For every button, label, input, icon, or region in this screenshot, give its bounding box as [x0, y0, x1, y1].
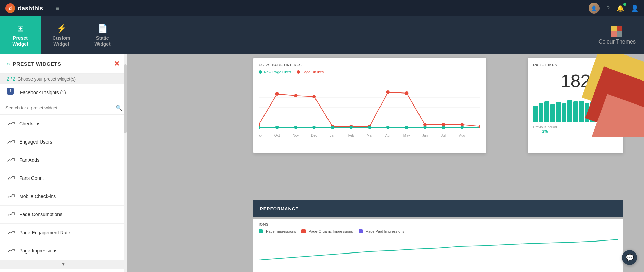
dashboard-area: ES VS PAGE UNLIKES New Page Likes Page U…	[127, 54, 644, 272]
tab-static-widget[interactable]: 📄 StaticWidget	[82, 16, 123, 54]
legend-label: Page Impressions	[266, 229, 296, 233]
svg-rect-1	[617, 26, 622, 31]
notifications-icon[interactable]: 🔔	[617, 4, 624, 12]
list-item-label: Page Engagement Rate	[19, 230, 70, 235]
tab-custom-widget[interactable]: ⚡ CustomWidget	[41, 16, 82, 54]
performance-title: PERFORMANCE	[260, 206, 299, 211]
preset-widget-icon: ⊞	[17, 24, 24, 33]
help-icon[interactable]: ?	[606, 5, 610, 12]
panel-title: PRESET WIDGETS	[13, 61, 61, 67]
facebook-icon: f	[7, 88, 16, 97]
svg-text:Jan: Jan	[330, 134, 335, 137]
legend-label: Page Organic Impressions	[309, 229, 353, 233]
bar	[550, 104, 555, 122]
svg-rect-0	[611, 26, 617, 31]
static-widget-label: StaticWidget	[94, 35, 111, 47]
bar	[596, 101, 601, 122]
legend-page-impressions: Page Impressions	[259, 229, 296, 233]
bar	[590, 102, 595, 122]
list-item[interactable]: Page Consumptions	[0, 206, 127, 224]
svg-point-27	[349, 126, 353, 129]
previous-period-value: 2%	[533, 129, 557, 133]
back-arrows-icon[interactable]: «	[7, 61, 10, 67]
logo-area: d dashthis	[5, 3, 43, 13]
user-icon[interactable]: 👤	[631, 4, 639, 12]
search-input[interactable]	[4, 102, 116, 113]
bar	[613, 100, 618, 122]
svg-text:Jun: Jun	[422, 134, 428, 137]
tab-preset-widget[interactable]: ⊞ PresetWidget	[0, 16, 41, 54]
scroll-down-arrow[interactable]: ▼	[0, 260, 127, 269]
list-item-label: Check-ins	[19, 121, 40, 126]
search-icon[interactable]: 🔍	[116, 104, 123, 111]
custom-widget-label: CustomWidget	[52, 35, 70, 47]
legend-label: New Page Likes	[264, 70, 291, 74]
page-likes-bar-chart	[533, 95, 618, 122]
trend-icon	[7, 120, 15, 128]
bar	[562, 103, 567, 122]
legend-square-red	[301, 229, 306, 233]
svg-text:Dec: Dec	[311, 134, 317, 137]
svg-text:Jul: Jul	[441, 134, 446, 137]
svg-text:Aug: Aug	[459, 134, 465, 137]
facebook-insights-section: f Facebook Insights (1)	[0, 84, 127, 101]
list-item[interactable]: Check-ins	[0, 115, 127, 133]
trend-icon	[7, 192, 15, 200]
svg-point-23	[275, 126, 279, 129]
list-item-label: Fans Count	[19, 175, 44, 181]
svg-point-12	[312, 95, 316, 98]
svg-point-24	[294, 126, 297, 129]
previous-period: Previous period 2%	[533, 125, 557, 133]
panel-title-area: « PRESET WIDGETS	[7, 61, 61, 67]
avatar[interactable]: 👤	[589, 3, 600, 14]
breadcrumb-text: Choose your preset widget(s)	[17, 76, 76, 82]
colour-themes-icon	[611, 26, 622, 37]
facebook-insights-label: Facebook Insights (1)	[20, 90, 66, 95]
legend-page-unlikes: Page Unlikes	[297, 70, 324, 74]
page-likes-value: 182	[533, 71, 618, 91]
list-item[interactable]: Page Engagement Rate	[0, 224, 127, 242]
hamburger-menu[interactable]: ≡	[55, 4, 60, 12]
top-navigation: d dashthis ≡ 👤 ? 🔔 👤	[0, 0, 644, 16]
bottom-chart-title: IONS	[259, 222, 618, 226]
close-button[interactable]: ✕	[114, 60, 120, 68]
bottom-chart-svg	[259, 236, 618, 263]
facebook-insights-item[interactable]: f Facebook Insights (1)	[7, 88, 120, 97]
bottom-chart-widget: IONS Page Impressions Page Organic Impre…	[253, 219, 623, 272]
page-likes-title: PAGE LIKES	[533, 63, 618, 67]
search-area: 🔍	[0, 101, 127, 115]
list-item-label: Fan Adds	[19, 157, 39, 163]
colour-themes-tab[interactable]: Colour Themes	[590, 16, 644, 54]
legend-dot-red	[297, 70, 300, 74]
legend-square-green	[259, 229, 263, 233]
list-item[interactable]: Fans Count	[0, 169, 127, 187]
svg-point-31	[423, 126, 427, 129]
list-item[interactable]: Fan Adds	[0, 151, 127, 169]
trend-icon	[7, 247, 15, 255]
bar	[585, 103, 590, 122]
svg-point-33	[460, 126, 464, 129]
svg-rect-3	[617, 31, 622, 37]
list-item[interactable]: Page Impressions	[0, 242, 127, 260]
svg-point-22	[259, 126, 260, 129]
bottom-legend: Page Impressions Page Organic Impression…	[259, 229, 618, 233]
comparison-row: Previous period 2% Previous year -1%	[533, 125, 618, 133]
widget-list: Check-ins Engaged Users Fan Adds Fans Co…	[0, 115, 127, 272]
bar	[602, 102, 607, 122]
list-item[interactable]: Mobile Check-ins	[0, 187, 127, 206]
svg-text:Apr: Apr	[385, 134, 391, 137]
line-chart-widget: ES VS PAGE UNLIKES New Page Likes Page U…	[253, 58, 486, 153]
svg-point-25	[312, 126, 316, 129]
avatar-image: 👤	[589, 3, 600, 14]
preset-widget-label: PresetWidget	[12, 35, 28, 47]
svg-text:May: May	[403, 134, 410, 137]
svg-point-29	[386, 126, 390, 129]
svg-text:Nov: Nov	[293, 134, 299, 137]
line-chart-svg: Sep Oct Nov Dec Jan Feb Mar Apr May Jun …	[259, 77, 480, 138]
breadcrumb-step: 2 / 2	[7, 76, 15, 82]
bar	[567, 100, 572, 122]
previous-year-label: Previous year	[597, 125, 618, 129]
chat-bubble[interactable]: 💬	[622, 250, 637, 265]
list-item[interactable]: Engaged Users	[0, 133, 127, 151]
svg-point-11	[294, 94, 297, 97]
